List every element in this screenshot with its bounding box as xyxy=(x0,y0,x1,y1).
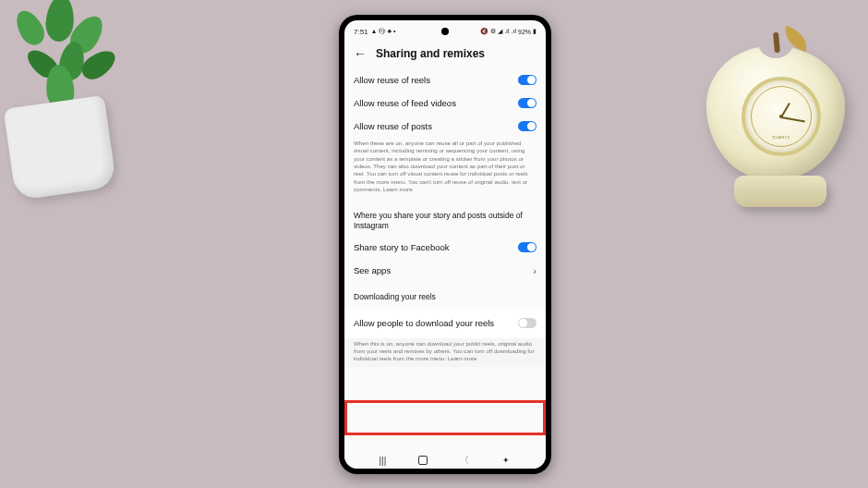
label-see-apps: See apps xyxy=(354,265,391,275)
nav-accessibility-icon[interactable]: ✦ xyxy=(501,456,511,465)
apple-clock-decoration: QUARTZ xyxy=(702,23,850,236)
toggle-reuse-feed[interactable] xyxy=(518,98,536,108)
label-reuse-posts: Allow reuse of posts xyxy=(354,121,432,131)
status-left-icons: ▲ ⓜ ♣ • xyxy=(371,27,396,36)
row-share-story-facebook[interactable]: Share story to Facebook xyxy=(354,236,536,259)
status-time: 7:51 xyxy=(354,28,368,36)
phone-screen: 7:51 ▲ ⓜ ♣ • 🔇 ⚙ ◢ .ıl .ıl 92% ▮ ← Shari… xyxy=(344,20,546,469)
nav-recents-icon[interactable]: ||| xyxy=(380,456,387,466)
content-scroll[interactable]: Allow reuse of reels Allow reuse of feed… xyxy=(344,68,546,367)
row-see-apps[interactable]: See apps › xyxy=(354,259,536,283)
download-description: When this is on, anyone can download you… xyxy=(354,340,536,367)
phone-frame: 7:51 ▲ ⓜ ♣ • 🔇 ⚙ ◢ .ıl .ıl 92% ▮ ← Shari… xyxy=(339,15,551,474)
row-allow-download-reels[interactable]: Allow people to download your reels xyxy=(344,308,546,338)
section-share-outside: Where you share your story and posts out… xyxy=(354,201,536,236)
camera-hole xyxy=(441,28,449,35)
label-share-fb: Share story to Facebook xyxy=(354,242,450,252)
back-arrow-icon[interactable]: ← xyxy=(354,46,367,61)
plant-decoration xyxy=(0,0,157,222)
battery-icon: ▮ xyxy=(533,28,536,35)
row-allow-reuse-reels[interactable]: Allow reuse of reels xyxy=(354,68,536,92)
toggle-allow-download[interactable] xyxy=(518,318,536,328)
clock-brand-label: QUARTZ xyxy=(772,135,790,140)
toggle-reuse-posts[interactable] xyxy=(518,121,536,131)
scene-background: QUARTZ 7:51 ▲ ⓜ ♣ • 🔇 ⚙ ◢ .ıl .ıl 92% ▮ xyxy=(0,0,868,488)
label-allow-download: Allow people to download your reels xyxy=(354,318,494,328)
toggle-share-fb[interactable] xyxy=(518,242,536,252)
row-allow-reuse-feed[interactable]: Allow reuse of feed videos xyxy=(354,92,536,115)
nav-home-icon[interactable] xyxy=(418,456,428,465)
status-right-icons: 🔇 ⚙ ◢ .ıl .ıl xyxy=(480,28,516,35)
status-battery: 92% xyxy=(518,29,531,35)
label-reuse-feed: Allow reuse of feed videos xyxy=(354,98,456,108)
page-title: Sharing and remixes xyxy=(376,47,485,60)
highlight-box xyxy=(344,400,546,435)
row-allow-reuse-posts[interactable]: Allow reuse of posts xyxy=(354,115,536,138)
nav-back-icon[interactable]: 〈 xyxy=(460,454,469,467)
android-navbar: ||| 〈 ✦ xyxy=(344,452,546,469)
reuse-description: When these are on, anyone can reuse all … xyxy=(354,138,536,201)
section-downloading-reels: Downloading your reels xyxy=(354,283,536,304)
toggle-reuse-reels[interactable] xyxy=(518,75,536,85)
app-header: ← Sharing and remixes xyxy=(344,41,546,68)
label-reuse-reels: Allow reuse of reels xyxy=(354,75,430,85)
chevron-right-icon: › xyxy=(533,265,536,276)
